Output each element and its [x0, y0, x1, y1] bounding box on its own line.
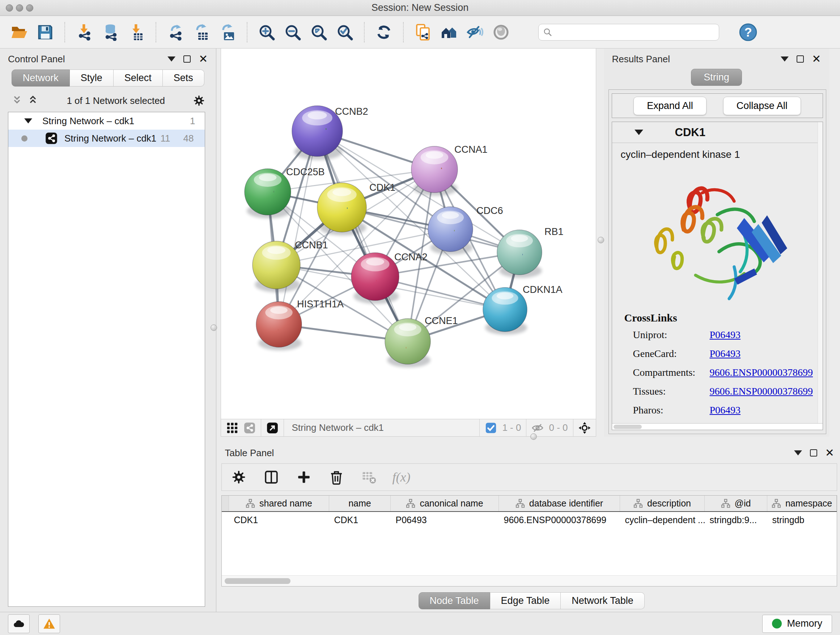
cell-id[interactable]: stringdb:9... [705, 511, 767, 528]
maximize-window-button[interactable] [26, 4, 33, 11]
crosslink-pharos-link[interactable]: P06493 [710, 404, 741, 416]
column-header-name[interactable]: name [329, 496, 391, 511]
cell-database-identifier[interactable]: 9606.ENSP00000378699 [499, 511, 620, 528]
zoom-fit-button[interactable] [308, 22, 329, 43]
column-header-canonical-name[interactable]: canonical name [391, 496, 499, 511]
import-network-database-button[interactable] [100, 22, 121, 43]
cell-canonical-name[interactable]: P06493 [391, 511, 499, 528]
expand-all-button[interactable]: Expand All [633, 97, 706, 115]
network-node-HIST1H1A[interactable]: HIST1H1A [256, 299, 344, 350]
import-table-button[interactable] [126, 22, 147, 43]
fit-content-icon[interactable] [578, 422, 591, 434]
home-view-button[interactable] [439, 22, 459, 43]
tab-string[interactable]: String [691, 69, 742, 86]
crosslink-compartments-link[interactable]: 9606.ENSP00000378699 [710, 367, 813, 378]
cell-name[interactable]: CDK1 [329, 511, 391, 528]
crosslink-tissues-link[interactable]: 9606.ENSP00000378699 [710, 386, 813, 397]
delete-column-button[interactable] [327, 468, 346, 486]
network-node-CDKN1A[interactable]: CDKN1A [483, 284, 562, 335]
function-builder-button[interactable]: f(x) [393, 470, 411, 485]
network-row-selected[interactable]: String Network – cdk1 11 48 [8, 130, 205, 147]
delete-table-button[interactable] [360, 468, 378, 486]
entry-header[interactable]: CDK1 [612, 122, 823, 143]
panel-menu-icon[interactable] [167, 57, 175, 62]
float-panel-icon[interactable] [183, 55, 191, 63]
tab-style[interactable]: Style [70, 70, 114, 87]
grid-view-icon[interactable] [226, 422, 238, 434]
column-header-namespace[interactable]: namespace [767, 496, 837, 511]
tab-edge-table[interactable]: Edge Table [490, 592, 561, 609]
toggle-graphics-details-button[interactable] [464, 22, 485, 43]
results-horizontal-scrollbar[interactable] [612, 423, 823, 430]
help-button[interactable]: ? [739, 23, 758, 42]
tab-select[interactable]: Select [114, 70, 163, 87]
network-node-CCNB1[interactable]: CCNB1 [253, 240, 328, 292]
crosslink-uniprot-link[interactable]: P06493 [710, 329, 741, 340]
collapse-all-button[interactable]: Collapse All [723, 97, 801, 115]
table-row[interactable]: CDK1 CDK1 P06493 9606.ENSP00000378699 cy… [222, 511, 837, 528]
zoom-selected-button[interactable] [334, 22, 355, 43]
network-node-CCNA1[interactable]: CCNA1 [411, 144, 488, 196]
hidden-eye-icon[interactable] [531, 422, 544, 434]
network-node-CCNA2[interactable]: CCNA2 [351, 252, 428, 304]
vertical-splitter-grip[interactable] [210, 325, 217, 331]
show-column-button[interactable] [262, 468, 280, 486]
expand-all-networks-icon[interactable] [27, 95, 39, 107]
search-input[interactable] [556, 27, 714, 37]
horizontal-splitter-grip[interactable] [531, 433, 537, 440]
cell-description[interactable]: cyclin–dependent ... [620, 511, 705, 528]
float-panel-icon[interactable] [810, 449, 817, 456]
column-header-shared-name[interactable]: shared name [229, 496, 329, 511]
cloud-status-button[interactable] [8, 614, 30, 633]
crosslink-genecard-link[interactable]: P06493 [710, 348, 741, 359]
tab-network[interactable]: Network [11, 70, 70, 87]
duplicate-network-button[interactable] [412, 22, 433, 43]
tab-network-table[interactable]: Network Table [561, 592, 645, 609]
column-header-description[interactable]: description [620, 496, 705, 511]
collapse-all-networks-icon[interactable] [11, 95, 23, 107]
network-node-CCNE1[interactable]: CCNE1 [385, 315, 458, 367]
export-table-button[interactable] [191, 22, 212, 43]
warnings-button[interactable] [38, 614, 60, 633]
export-network-button[interactable] [165, 22, 186, 43]
network-node-CDC6[interactable]: CDC6 [428, 205, 503, 255]
close-window-button[interactable] [6, 4, 13, 11]
memory-button[interactable]: Memory [762, 615, 832, 633]
network-node-RB1[interactable]: RB1 [497, 226, 564, 278]
collection-expander-icon[interactable] [24, 119, 32, 124]
table-horizontal-scrollbar[interactable] [222, 575, 837, 586]
export-image-button[interactable] [217, 22, 238, 43]
panel-menu-icon[interactable] [794, 450, 802, 455]
vertical-splitter-grip[interactable] [598, 237, 604, 243]
network-collection-row[interactable]: String Network – cdk1 1 [8, 112, 205, 130]
column-header-database-identifier[interactable]: database identifier [499, 496, 620, 511]
results-vertical-scrollbar[interactable] [818, 122, 823, 423]
network-canvas[interactable]: CCNB2CCNA1CDC25BCDK1CDC6RB1CCNB1CCNA2CDK… [221, 49, 596, 419]
birds-eye-view-button[interactable] [491, 22, 512, 43]
network-view-icon[interactable] [243, 422, 256, 434]
zoom-out-button[interactable] [282, 22, 303, 43]
scrollbar-thumb[interactable] [614, 424, 642, 429]
import-network-file-button[interactable] [74, 22, 95, 43]
panel-menu-icon[interactable] [781, 57, 789, 62]
create-column-button[interactable] [295, 468, 313, 486]
apply-layout-button[interactable] [373, 22, 394, 43]
save-session-button[interactable] [35, 22, 56, 43]
tab-sets[interactable]: Sets [163, 70, 204, 87]
close-panel-icon[interactable]: ✕ [825, 449, 834, 456]
open-session-button[interactable] [9, 22, 30, 43]
cell-shared-name[interactable]: CDK1 [229, 511, 329, 528]
table-settings-button[interactable] [230, 468, 248, 486]
close-panel-icon[interactable]: ✕ [812, 55, 821, 63]
selected-checkbox-icon[interactable] [485, 422, 497, 434]
minimize-window-button[interactable] [16, 4, 23, 11]
network-node-CDC25B[interactable]: CDC25B [245, 166, 325, 218]
cell-namespace[interactable]: stringdb [767, 511, 837, 528]
network-node-CDK1[interactable]: CDK1 [317, 182, 395, 236]
gear-icon[interactable] [193, 95, 205, 107]
entry-expander-icon[interactable] [635, 130, 643, 135]
network-node-CCNB2[interactable]: CCNB2 [292, 106, 368, 160]
detach-view-icon[interactable] [266, 422, 279, 434]
float-panel-icon[interactable] [797, 55, 804, 63]
scrollbar-thumb[interactable] [225, 578, 291, 584]
